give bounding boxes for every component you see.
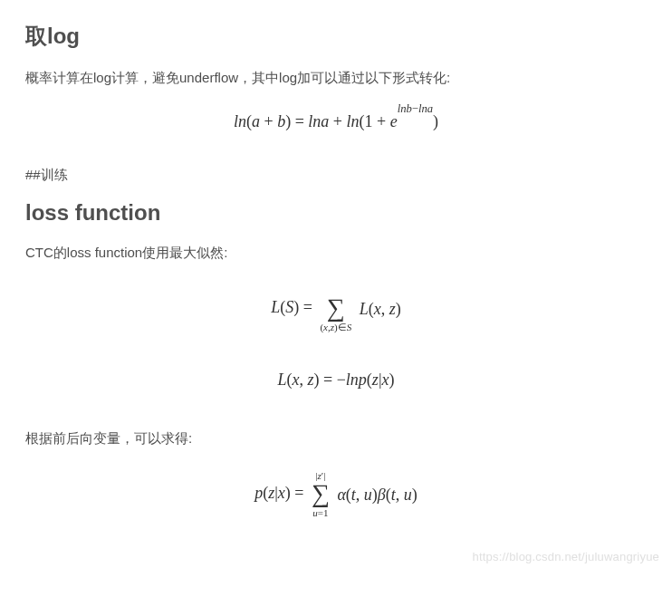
heading-loss: loss function <box>25 200 647 226</box>
para-log-intro: 概率计算在log计算，避免underflow，其中log加可以通过以下形式转化: <box>25 67 647 89</box>
para-fb-vars: 根据前后向变量，可以求得: <box>25 428 647 449</box>
equation-log-sum: ln(a + b) = lna + ln(1 + elnb−lna) <box>25 111 647 131</box>
equation-alpha-beta: p(z|x) = |z′| ∑ u=1 α(t, u)β(t, u) <box>25 471 647 518</box>
section-log: 取log 概率计算在log计算，避免underflow，其中log加可以通过以下… <box>25 22 647 131</box>
equation-loss-sum: L(S) = ∑ (x,z)∈S L(x, z) <box>25 285 647 332</box>
section-loss: loss function CTC的loss function使用最大似然: L… <box>25 200 647 518</box>
para-loss-intro: CTC的loss function使用最大似然: <box>25 242 647 264</box>
equation-loss-xz: L(x, z) = −lnp(z|x) <box>25 371 647 390</box>
raw-heading-training: ##训练 <box>25 164 647 186</box>
heading-log: 取log <box>25 22 647 51</box>
watermark: https://blog.csdn.net/juluwangriyue <box>473 550 659 563</box>
